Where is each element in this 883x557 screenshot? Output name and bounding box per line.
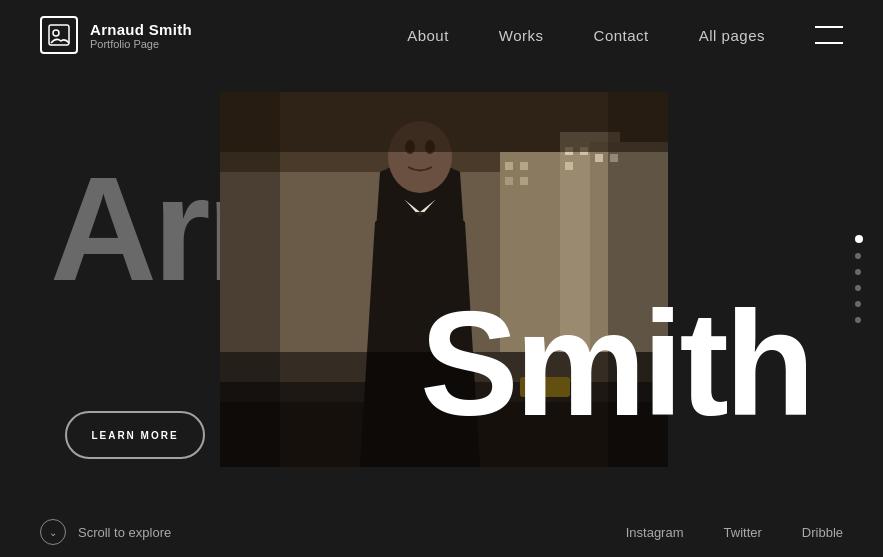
svg-point-1: [53, 30, 59, 36]
social-links: Instagram Twitter Dribble: [626, 525, 843, 540]
hero-photo: [220, 92, 668, 467]
social-dribbble[interactable]: Dribble: [802, 525, 843, 540]
dot-3[interactable]: [855, 269, 861, 275]
site-footer: ⌄ Scroll to explore Instagram Twitter Dr…: [0, 507, 883, 557]
logo-area[interactable]: Arnaud Smith Portfolio Page: [40, 16, 192, 54]
nav-contact[interactable]: Contact: [594, 27, 649, 44]
dot-4[interactable]: [855, 285, 861, 291]
nav-all-pages[interactable]: All pages: [699, 27, 765, 44]
logo-name: Arnaud Smith: [90, 21, 192, 38]
hamburger-line-2: [815, 42, 843, 44]
main-nav: About Works Contact All pages: [407, 26, 843, 44]
logo-subtitle: Portfolio Page: [90, 38, 192, 50]
logo-text: Arnaud Smith Portfolio Page: [90, 21, 192, 50]
photo-inner: [220, 92, 668, 467]
svg-rect-14: [595, 154, 603, 162]
learn-more-button[interactable]: LEARN MORE: [65, 411, 205, 459]
dot-1[interactable]: [855, 235, 863, 243]
scroll-down-icon: ⌄: [40, 519, 66, 545]
dots-navigation: [855, 235, 863, 323]
logo-icon: [40, 16, 78, 54]
social-instagram[interactable]: Instagram: [626, 525, 684, 540]
hero-section: Arnaud: [0, 0, 883, 557]
scroll-label: Scroll to explore: [78, 525, 171, 540]
svg-rect-10: [520, 177, 528, 185]
scroll-explore[interactable]: ⌄ Scroll to explore: [40, 519, 171, 545]
svg-rect-13: [565, 162, 573, 170]
hamburger-menu[interactable]: [815, 26, 843, 44]
svg-rect-8: [520, 162, 528, 170]
svg-rect-7: [505, 162, 513, 170]
nav-works[interactable]: Works: [499, 27, 544, 44]
dot-2[interactable]: [855, 253, 861, 259]
nav-about[interactable]: About: [407, 27, 449, 44]
site-header: Arnaud Smith Portfolio Page About Works …: [0, 0, 883, 70]
dot-6[interactable]: [855, 317, 861, 323]
svg-rect-22: [220, 352, 668, 467]
social-twitter[interactable]: Twitter: [724, 525, 762, 540]
svg-rect-9: [505, 177, 513, 185]
hamburger-line-1: [815, 26, 843, 28]
dot-5[interactable]: [855, 301, 861, 307]
svg-rect-25: [220, 92, 668, 152]
